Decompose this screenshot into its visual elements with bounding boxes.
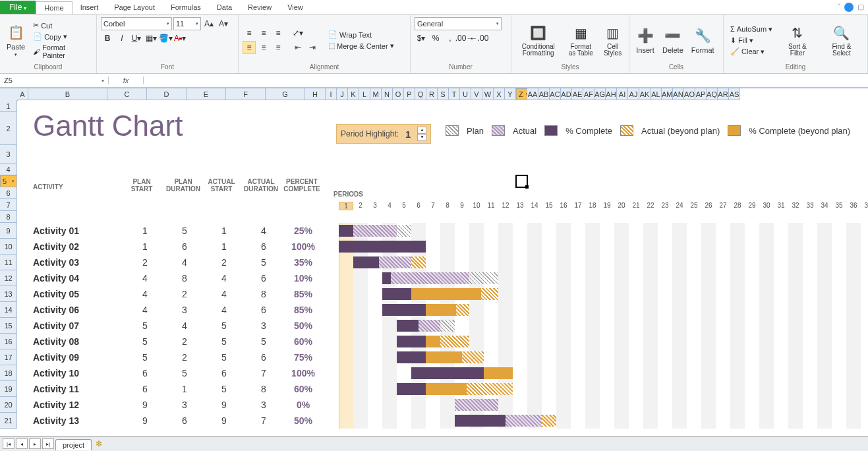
column-header-W[interactable]: W [482, 88, 494, 100]
column-header-AH[interactable]: AH [606, 88, 617, 100]
row-header-3[interactable]: 3 [0, 145, 17, 164]
wrap-text-button[interactable]: 📄 Wrap Text [326, 30, 397, 40]
underline-button[interactable]: U▾ [130, 32, 143, 45]
row-header-2[interactable]: 2 [0, 112, 17, 145]
sheet-tab-project[interactable]: project [55, 439, 92, 450]
tab-home[interactable]: Home [36, 1, 72, 15]
tab-view[interactable]: View [279, 1, 311, 13]
sheet-nav-next-icon[interactable]: ▸ [29, 438, 41, 449]
copy-button[interactable]: 📄 Copy ▾ [30, 32, 92, 42]
align-top-icon[interactable]: ≡ [243, 26, 256, 40]
decrease-indent-icon[interactable]: ⇤ [291, 41, 304, 54]
row-header-20[interactable]: 20 [0, 397, 17, 413]
column-header-AK[interactable]: AK [639, 88, 651, 100]
currency-icon[interactable]: $▾ [415, 32, 428, 45]
column-header-AG[interactable]: AG [594, 88, 606, 100]
column-header-AS[interactable]: AS [729, 88, 740, 100]
insert-cells-button[interactable]: ➕Insert [633, 25, 657, 55]
fill-color-button[interactable]: 🪣▾ [159, 32, 172, 45]
row-header-10[interactable]: 10 [0, 239, 17, 255]
font-color-button[interactable]: A▾ [173, 32, 187, 45]
file-tab[interactable]: File [0, 1, 36, 14]
row-header-8[interactable]: 8 [0, 211, 17, 223]
merge-center-button[interactable]: ⬚ Merge & Center ▾ [326, 41, 397, 51]
column-header-P[interactable]: P [404, 88, 415, 100]
column-header-Y[interactable]: Y [505, 88, 516, 100]
align-middle-icon[interactable]: ≡ [257, 26, 270, 40]
column-header-I[interactable]: I [326, 88, 337, 100]
row-header-17[interactable]: 17 [0, 349, 17, 365]
clear-button[interactable]: 🧹 Clear ▾ [728, 47, 775, 57]
column-header-C[interactable]: C [107, 88, 147, 100]
column-header-F[interactable]: F [226, 88, 266, 100]
delete-cells-button[interactable]: ➖Delete [660, 25, 686, 55]
column-header-S[interactable]: S [438, 88, 449, 100]
fill-button[interactable]: ⬇ Fill ▾ [728, 36, 775, 45]
column-header-L[interactable]: L [359, 88, 370, 100]
border-button[interactable]: ▦▾ [144, 32, 158, 45]
row-header-12[interactable]: 12 [0, 270, 17, 286]
align-bottom-icon[interactable]: ≡ [272, 26, 285, 40]
column-header-G[interactable]: G [266, 88, 305, 100]
row-header-1[interactable]: 1 [0, 100, 17, 112]
font-name-select[interactable]: Corbel [101, 17, 172, 30]
number-format-select[interactable]: General [415, 17, 502, 30]
column-header-AN[interactable]: AN [673, 88, 684, 100]
sheet-nav-last-icon[interactable]: ▸| [42, 438, 54, 449]
column-header-V[interactable]: V [471, 88, 482, 100]
column-header-T[interactable]: T [449, 88, 460, 100]
grow-font-icon[interactable]: A▴ [202, 17, 216, 30]
row-header-7[interactable]: 7 [0, 199, 17, 211]
autosum-button[interactable]: Σ AutoSum ▾ [728, 24, 775, 34]
row-header-15[interactable]: 15 [0, 318, 17, 334]
active-cell[interactable] [515, 175, 528, 188]
tab-data[interactable]: Data [209, 1, 240, 13]
column-header-AQ[interactable]: AQ [707, 88, 718, 100]
sort-filter-button[interactable]: ⇅Sort & Filter [778, 22, 817, 58]
column-header-AC[interactable]: AC [550, 88, 561, 100]
fx-icon[interactable]: fx [109, 76, 144, 84]
column-header-AJ[interactable]: AJ [628, 88, 639, 100]
dec-decimal-icon[interactable]: ←.00 [473, 32, 486, 45]
column-header-H[interactable]: H [305, 88, 326, 100]
align-right-icon[interactable]: ≡ [272, 41, 285, 54]
conditional-formatting-button[interactable]: 🔲Conditional Formatting [515, 22, 561, 58]
cell-styles-button[interactable]: ▥Cell Styles [600, 22, 625, 58]
column-header-AA[interactable]: AA [527, 88, 538, 100]
tab-review[interactable]: Review [240, 1, 279, 13]
paste-button[interactable]: 📋Paste▾ [4, 22, 28, 59]
minimize-ribbon-icon[interactable]: ˇ [838, 3, 840, 12]
row-header-4[interactable]: 4 [0, 164, 17, 175]
italic-button[interactable]: I [115, 32, 129, 45]
row-header-19[interactable]: 19 [0, 381, 17, 397]
column-header-K[interactable]: K [348, 88, 359, 100]
column-header-X[interactable]: X [494, 88, 505, 100]
shrink-font-icon[interactable]: A▾ [217, 17, 230, 30]
column-header-U[interactable]: U [460, 88, 471, 100]
column-header-AD[interactable]: AD [561, 88, 572, 100]
column-header-AO[interactable]: AO [684, 88, 695, 100]
column-header-A[interactable]: A [17, 88, 28, 100]
font-size-select[interactable]: 11 [173, 17, 201, 30]
column-header-Z[interactable]: Z [516, 88, 527, 100]
column-header-R[interactable]: R [426, 88, 438, 100]
spreadsheet-grid[interactable]: ABCDEFGHIJKLMNOPQRSTUVWXYZAAABACADAEAFAG… [0, 88, 868, 436]
tab-formulas[interactable]: Formulas [163, 1, 209, 13]
column-header-AM[interactable]: AM [662, 88, 673, 100]
column-header-E[interactable]: E [187, 88, 226, 100]
window-restore-icon[interactable]: ▢ [857, 3, 864, 12]
row-header-16[interactable]: 16 [0, 334, 17, 349]
column-header-J[interactable]: J [337, 88, 348, 100]
tab-page-layout[interactable]: Page Layout [106, 1, 163, 13]
row-header-6[interactable]: 6 [0, 187, 17, 199]
column-header-AP[interactable]: AP [695, 88, 707, 100]
column-header-O[interactable]: O [393, 88, 404, 100]
align-left-icon[interactable]: ≡ [243, 41, 256, 54]
percent-icon[interactable]: % [429, 32, 442, 45]
column-header-AR[interactable]: AR [718, 88, 729, 100]
row-header-18[interactable]: 18 [0, 365, 17, 381]
increase-indent-icon[interactable]: ⇥ [306, 41, 319, 54]
format-cells-button[interactable]: 🔧Format [689, 25, 717, 55]
new-sheet-icon[interactable]: ✻ [96, 439, 102, 448]
column-header-AB[interactable]: AB [538, 88, 550, 100]
